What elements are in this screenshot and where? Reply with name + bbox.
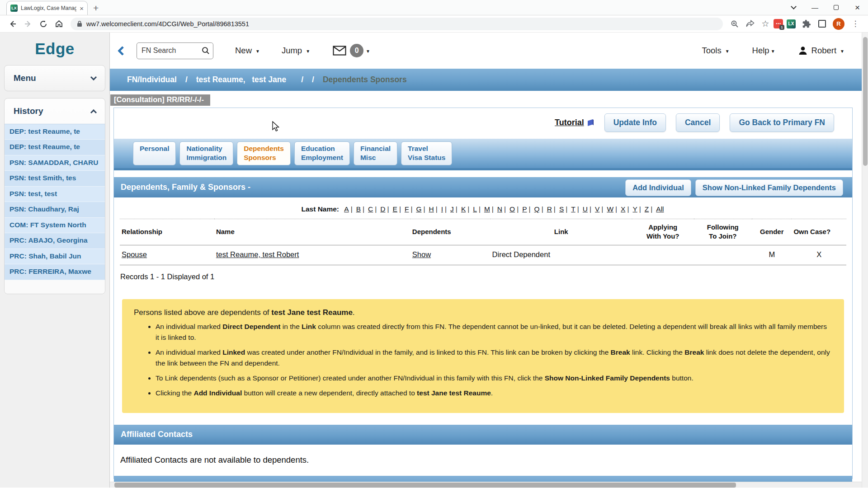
- address-bar[interactable]: ww7.welcomeclient.com/4DCGI/Web_Portal/8…: [71, 18, 723, 30]
- fn-search: [137, 42, 213, 59]
- side-panel-icon[interactable]: [815, 17, 829, 31]
- letter-filter-link[interactable]: E: [392, 205, 404, 213]
- new-menu[interactable]: New ▼: [235, 46, 260, 56]
- letter-filter-link[interactable]: P: [521, 205, 533, 213]
- table-header: Dependents: [410, 219, 491, 245]
- lawlogix-extension-icon[interactable]: LX: [784, 17, 798, 31]
- caret-down-icon: ▼: [255, 49, 260, 54]
- history-item[interactable]: PSN: test Smith, tes: [5, 171, 105, 186]
- letter-filter-link[interactable]: W: [606, 205, 620, 213]
- zoom-icon[interactable]: [727, 17, 742, 31]
- letter-filter-link[interactable]: L: [472, 205, 483, 213]
- letter-filter-link[interactable]: D: [379, 205, 392, 213]
- history-item[interactable]: PRC: FERREIRA, Maxwe: [5, 264, 105, 280]
- breadcrumb-person[interactable]: test Reaume, test Jane: [196, 75, 286, 84]
- relationship-link[interactable]: Spouse: [122, 250, 147, 258]
- mail-menu[interactable]: 0 ▼: [333, 44, 370, 57]
- history-item[interactable]: DEP: test Reaume, te: [5, 124, 105, 140]
- browser-reload-button[interactable]: [36, 17, 51, 31]
- letter-filter-link[interactable]: H: [428, 205, 440, 213]
- show-dependents-link[interactable]: Show: [412, 250, 431, 258]
- horizontal-scrollbar[interactable]: [110, 482, 862, 488]
- mail-count-badge: 0: [350, 44, 363, 57]
- extensions-puzzle-icon[interactable]: [799, 17, 814, 31]
- history-item[interactable]: PSN: Chaudhary, Raj: [5, 202, 105, 217]
- browser-tab[interactable]: LX LawLogix, Case Management Sys ×: [6, 1, 88, 15]
- history-item[interactable]: PSN: test, test: [5, 187, 105, 202]
- jump-menu[interactable]: Jump ▼: [282, 46, 310, 56]
- browser-menu-icon[interactable]: ⋮: [848, 17, 863, 31]
- letter-filter-link[interactable]: Q: [533, 205, 546, 213]
- letter-filter-link[interactable]: Y: [632, 205, 643, 213]
- letter-filter-link[interactable]: U: [582, 205, 594, 213]
- caret-down-icon: ▼: [725, 49, 730, 54]
- letter-filter-link[interactable]: B: [355, 205, 367, 213]
- tab-close-icon[interactable]: ×: [80, 5, 84, 12]
- chevron-up-icon: [90, 109, 97, 116]
- letter-filter-link[interactable]: G: [415, 205, 428, 213]
- new-tab-button[interactable]: +: [93, 3, 99, 13]
- tutorial-link-group[interactable]: Tutorial: [555, 118, 594, 127]
- record-tab[interactable]: Education Employment: [294, 141, 350, 165]
- show-nonlinked-button[interactable]: Show Non-Linked Family Dependents: [695, 179, 843, 196]
- letter-filter-link[interactable]: S: [558, 205, 570, 213]
- letter-filter-link[interactable]: I: [440, 205, 449, 213]
- tools-menu[interactable]: Tools ▼: [702, 46, 729, 56]
- browser-home-button[interactable]: [52, 17, 66, 31]
- chevron-down-icon: [791, 4, 797, 9]
- caret-down-icon: ▼: [306, 49, 310, 54]
- record-tab[interactable]: Personal: [133, 141, 176, 165]
- history-item[interactable]: DEP: test Reaume, te: [5, 140, 105, 155]
- page-actions: Tutorial Update Info Cancel Go Back to P…: [114, 108, 852, 136]
- menu-label: Menu: [14, 73, 36, 83]
- history-item[interactable]: PRC: Shah, Babil Jun: [5, 249, 105, 264]
- letter-filter-link[interactable]: Z: [644, 205, 656, 213]
- window-minimize-button[interactable]: —: [804, 0, 826, 15]
- history-item[interactable]: COM: FT System North: [5, 218, 105, 233]
- back-chevron-icon[interactable]: [118, 46, 127, 55]
- letter-filter-link[interactable]: V: [594, 205, 606, 213]
- letter-filter-link[interactable]: K: [460, 205, 472, 213]
- update-info-button[interactable]: Update Info: [604, 113, 666, 132]
- window-restore-button[interactable]: [826, 0, 847, 15]
- record-tab[interactable]: Financial Misc: [354, 141, 397, 165]
- letter-filter-link[interactable]: M: [483, 205, 496, 213]
- letter-filter-link[interactable]: T: [570, 205, 582, 213]
- app-root: Edge Menu History DEP: test Reaume, te D…: [0, 33, 868, 488]
- bookmark-star-icon[interactable]: ☆: [758, 17, 773, 31]
- user-menu[interactable]: Robert ▼: [798, 46, 844, 56]
- letter-filter-link[interactable]: C: [367, 205, 379, 213]
- browser-forward-button[interactable]: [21, 17, 35, 31]
- letter-filter-link[interactable]: F: [404, 205, 415, 213]
- profile-avatar[interactable]: R: [833, 18, 844, 30]
- add-individual-button[interactable]: Add Individual: [625, 179, 691, 196]
- window-close-button[interactable]: ×: [847, 0, 868, 15]
- share-icon[interactable]: [743, 17, 757, 31]
- browser-back-button[interactable]: [5, 17, 20, 31]
- letter-filter-link[interactable]: O: [509, 205, 521, 213]
- history-header[interactable]: History: [5, 99, 105, 124]
- help-menu[interactable]: Help ▼: [752, 46, 775, 56]
- letter-filter-link[interactable]: All: [655, 205, 665, 213]
- go-back-primary-fn-button[interactable]: Go Back to Primary FN: [730, 113, 834, 132]
- search-icon[interactable]: [202, 47, 210, 55]
- extension-red-icon[interactable]: ⋯ 1: [774, 19, 783, 28]
- menu-header[interactable]: Menu: [5, 66, 105, 91]
- letter-filter-link[interactable]: J: [449, 205, 460, 213]
- letter-filter-link[interactable]: N: [496, 205, 509, 213]
- letter-filter-link[interactable]: A: [343, 205, 355, 213]
- history-item[interactable]: PRC: ABAJO, Georgina: [5, 233, 105, 249]
- history-item[interactable]: PSN: SAMADDAR, CHARU: [5, 155, 105, 171]
- vertical-scrollbar[interactable]: [862, 33, 868, 488]
- dependent-name-link[interactable]: test Reaume, test Robert: [216, 250, 299, 258]
- record-tab[interactable]: Nationality Immigration: [179, 141, 233, 165]
- letter-filter-link[interactable]: R: [546, 205, 558, 213]
- breadcrumb-root[interactable]: FN/Individual: [127, 75, 177, 84]
- record-tab[interactable]: Travel Visa Status: [401, 141, 452, 165]
- record-tab[interactable]: Dependents Sponsors: [237, 141, 291, 165]
- vertical-scrollbar-thumb[interactable]: [863, 37, 868, 166]
- letter-filter-link[interactable]: X: [620, 205, 632, 213]
- cancel-button[interactable]: Cancel: [676, 113, 720, 132]
- horizontal-scrollbar-thumb[interactable]: [114, 483, 736, 488]
- window-menu-button[interactable]: [783, 0, 804, 15]
